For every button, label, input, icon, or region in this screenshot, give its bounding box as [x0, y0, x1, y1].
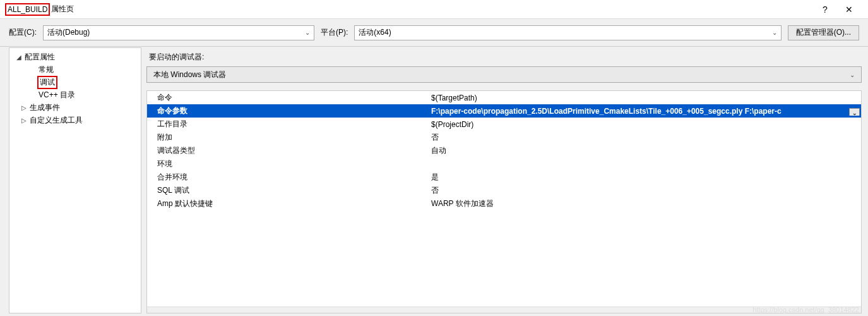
tree-root-label: 配置属性 [23, 52, 55, 63]
grid-row[interactable]: 工作目录$(ProjectDir) [147, 118, 861, 131]
grid-row-value[interactable]: 否 [431, 132, 861, 143]
grid-row-value[interactable]: WARP 软件加速器 [431, 198, 861, 209]
grid-row[interactable]: 环境 [147, 157, 861, 171]
window-title-suffix: 属性页 [51, 4, 74, 15]
grid-row-value[interactable]: $(ProjectDir) [431, 120, 861, 129]
tree-item[interactable]: ▷自定义生成工具 [9, 114, 141, 126]
property-tree[interactable]: ◢ 配置属性 ▷常规▷调试▷VC++ 目录▷生成事件▷自定义生成工具 [9, 47, 141, 313]
grid-row-label: 命令 [147, 92, 431, 103]
toolbar: 配置(C): 活动(Debug) ⌄ 平台(P): 活动(x64) ⌄ 配置管理… [0, 19, 868, 47]
tree-item-label: 常规 [37, 64, 54, 75]
grid-row-value[interactable]: F:\paper-code\propagation_2.5D\LoadPrimi… [431, 107, 861, 116]
grid-row-label: SQL 调试 [147, 185, 431, 196]
expander-icon[interactable]: ◢ [15, 54, 23, 61]
debugger-combo[interactable]: 本地 Windows 调试器 ⌄ [146, 66, 862, 83]
property-grid: 命令$(TargetPath)命令参数F:\paper-code\propaga… [146, 90, 862, 313]
grid-row-label: 调试器类型 [147, 145, 431, 156]
platform-combo[interactable]: 活动(x64) ⌄ [354, 25, 781, 40]
grid-row-label: Amp 默认快捷键 [147, 198, 431, 209]
expander-icon[interactable]: ▷ [20, 104, 28, 111]
grid-row-value[interactable]: 自动 [431, 145, 861, 156]
tree-item[interactable]: ▷调试 [9, 76, 141, 88]
grid-row[interactable]: 命令$(TargetPath) [147, 91, 861, 104]
chevron-down-icon: ⌄ [305, 29, 310, 36]
tree-root[interactable]: ◢ 配置属性 [9, 51, 141, 63]
tree-item-label: 自定义生成工具 [28, 115, 83, 126]
grid-row-value[interactable]: 否 [431, 185, 861, 196]
launch-debugger-label: 要启动的调试器: [146, 48, 862, 66]
config-label: 配置(C): [9, 27, 37, 38]
horizontal-scrollbar[interactable] [147, 307, 861, 313]
chevron-down-icon: ⌄ [772, 29, 777, 36]
config-combo-value: 活动(Debug) [47, 27, 301, 38]
grid-row[interactable]: 附加否 [147, 131, 861, 144]
grid-row-label: 附加 [147, 132, 431, 143]
window-title-prefix: ALL_BUILD [5, 3, 50, 16]
platform-combo-value: 活动(x64) [359, 27, 768, 38]
titlebar: ALL_BUILD 属性页 ? ✕ [0, 0, 868, 19]
tree-item[interactable]: ▷生成事件 [9, 101, 141, 114]
grid-row[interactable]: SQL 调试否 [147, 184, 861, 197]
tree-item-label: 调试 [37, 76, 57, 89]
help-icon[interactable]: ? [819, 4, 831, 15]
grid-row-label: 命令参数 [147, 106, 431, 116]
close-icon[interactable]: ✕ [843, 4, 855, 15]
expander-icon[interactable]: ▷ [20, 117, 28, 124]
chevron-down-icon: ⌄ [850, 71, 855, 78]
chevron-down-icon[interactable]: ⌄ [849, 108, 860, 116]
grid-row[interactable]: Amp 默认快捷键WARP 软件加速器 [147, 197, 861, 210]
tree-item-label: VC++ 目录 [37, 90, 75, 100]
grid-row[interactable]: 合并环境是 [147, 171, 861, 184]
grid-row-label: 工作目录 [147, 119, 431, 130]
debugger-combo-value: 本地 Windows 调试器 [153, 70, 846, 80]
grid-row-label: 环境 [147, 159, 431, 169]
tree-item[interactable]: ▷VC++ 目录 [9, 88, 141, 101]
platform-label: 平台(P): [321, 27, 348, 38]
grid-row[interactable]: 调试器类型自动 [147, 144, 861, 157]
grid-row-label: 合并环境 [147, 172, 431, 183]
grid-row-value[interactable]: $(TargetPath) [431, 94, 861, 102]
grid-row[interactable]: 命令参数F:\paper-code\propagation_2.5D\LoadP… [147, 104, 861, 118]
config-combo[interactable]: 活动(Debug) ⌄ [43, 25, 314, 40]
config-manager-button[interactable]: 配置管理器(O)... [788, 25, 859, 40]
tree-item[interactable]: ▷常规 [9, 63, 141, 76]
grid-row-value[interactable]: 是 [431, 172, 861, 183]
tree-item-label: 生成事件 [28, 102, 60, 113]
